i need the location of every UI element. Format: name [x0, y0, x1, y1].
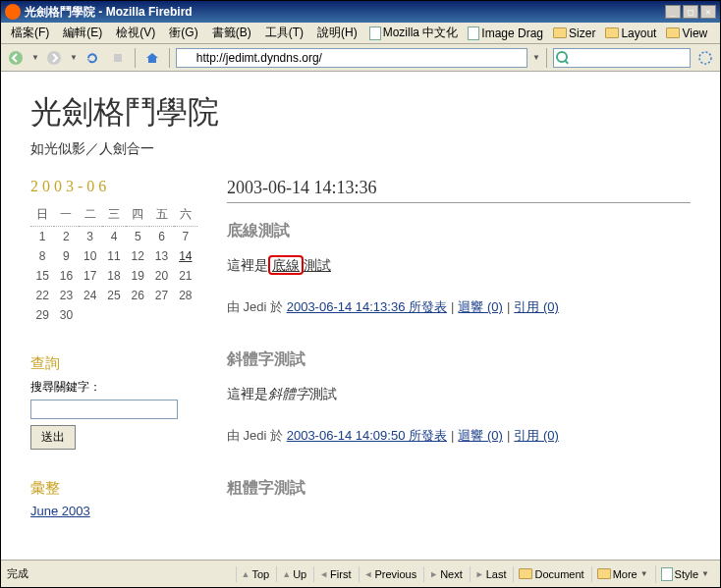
reload-button[interactable]	[82, 47, 103, 69]
calendar-day[interactable]: 19	[126, 266, 149, 286]
svg-point-3	[699, 52, 711, 64]
calendar-dow: 二	[79, 203, 102, 227]
bookmark-label: Image Drag	[481, 27, 543, 40]
close-button[interactable]: ×	[700, 5, 716, 19]
nav-last[interactable]: Last	[470, 566, 512, 582]
calendar-day[interactable]: 29	[30, 305, 54, 325]
forward-dropdown[interactable]: ▼	[70, 53, 78, 62]
comments-link[interactable]: 迴響 (0)	[458, 299, 503, 314]
calendar-day[interactable]: 7	[174, 227, 197, 247]
site-subtitle: 如光似影／人劍合一	[30, 140, 691, 158]
calendar-day[interactable]: 28	[174, 286, 197, 305]
calendar-day[interactable]: 30	[54, 305, 78, 325]
calendar-day[interactable]: 11	[102, 246, 126, 266]
menu-tools[interactable]: 工具(T)	[259, 23, 309, 43]
calendar-day[interactable]: 16	[54, 266, 78, 286]
search-heading: 查詢	[30, 354, 197, 373]
calendar-title: 2003-06	[30, 178, 197, 195]
calendar-day[interactable]: 17	[79, 266, 102, 286]
permalink[interactable]: 2003-06-14 14:13:36 所發表	[287, 299, 447, 314]
calendar-day[interactable]: 9	[54, 246, 78, 266]
maximize-button[interactable]: □	[683, 5, 698, 19]
url-dropdown[interactable]: ▼	[532, 53, 540, 62]
bookmark-mozilla-zh[interactable]: Mozilla 中文化	[365, 23, 463, 43]
search-submit-button[interactable]: 送出	[30, 425, 76, 450]
comments-link[interactable]: 迴響 (0)	[458, 428, 503, 443]
menu-go[interactable]: 衝(G)	[163, 23, 203, 43]
search-icon	[556, 51, 569, 64]
calendar-day[interactable]: 13	[149, 246, 173, 266]
calendar-day[interactable]: 25	[102, 286, 126, 305]
text: 這裡是	[227, 257, 268, 273]
calendar-day[interactable]: 14	[174, 246, 197, 266]
nav-more[interactable]: More▼	[591, 566, 653, 582]
nav-top[interactable]: Top	[236, 566, 275, 582]
calendar-day[interactable]: 27	[149, 286, 173, 305]
post-meta: 由 Jedi 於 2003-06-14 14:09:50 所發表|迴響 (0)|…	[227, 427, 691, 445]
bookmark-layout[interactable]: Layout	[601, 25, 660, 42]
bookmark-label: Layout	[621, 27, 656, 40]
nav-first[interactable]: First	[313, 566, 356, 582]
bookmark-label: View	[682, 27, 707, 40]
page-icon	[369, 27, 381, 40]
nav-up[interactable]: Up	[276, 566, 311, 582]
calendar-day[interactable]: 6	[149, 227, 173, 247]
menu-help[interactable]: 說明(H)	[311, 23, 363, 43]
sidebar: 2003-06 日一二三四五六 123456789101112131415161…	[30, 178, 197, 518]
calendar-dow: 一	[54, 203, 78, 227]
calendar-day[interactable]: 3	[79, 227, 102, 247]
page-icon	[661, 567, 673, 581]
calendar-day[interactable]: 10	[79, 246, 102, 266]
text: 這裡是	[227, 386, 268, 401]
nav-style[interactable]: Style▼	[655, 565, 714, 583]
menu-bookmarks[interactable]: 書籤(B)	[206, 23, 257, 43]
minimize-button[interactable]: _	[665, 5, 681, 19]
calendar-day[interactable]: 1	[30, 227, 54, 247]
calendar-day[interactable]: 4	[102, 227, 126, 247]
nav-document[interactable]: Document	[513, 566, 588, 582]
author-prefix: 由 Jedi 於	[227, 299, 287, 314]
menu-file[interactable]: 檔案(F)	[5, 23, 55, 43]
folder-icon	[666, 27, 680, 38]
bookmark-view[interactable]: View	[662, 25, 711, 42]
home-button[interactable]	[141, 47, 163, 69]
bookmark-sizer[interactable]: Sizer	[549, 25, 599, 42]
calendar-day[interactable]: 20	[149, 266, 173, 286]
nav-previous[interactable]: Previous	[359, 566, 422, 582]
window-titlebar: 光劍格鬥學院 - Mozilla Firebird _ □ ×	[1, 1, 720, 23]
trackback-link[interactable]: 引用 (0)	[514, 299, 559, 314]
back-button[interactable]	[5, 47, 27, 69]
calendar-day[interactable]: 26	[126, 286, 149, 305]
bookmark-image-drag[interactable]: Image Drag	[464, 25, 547, 42]
menu-view[interactable]: 檢視(V)	[110, 23, 161, 43]
calendar-day[interactable]: 5	[126, 227, 149, 247]
chevron-down-icon: ▼	[701, 569, 709, 578]
calendar-day[interactable]: 18	[102, 266, 126, 286]
address-bar[interactable]	[176, 48, 527, 68]
post-date-header: 2003-06-14 14:13:36	[227, 178, 691, 203]
calendar-day[interactable]: 15	[30, 266, 54, 286]
search-input[interactable]	[30, 400, 178, 419]
back-dropdown[interactable]: ▼	[31, 53, 39, 62]
calendar-day[interactable]: 23	[54, 286, 78, 305]
archive-link[interactable]: June 2003	[30, 504, 90, 518]
text: 測試	[309, 386, 337, 401]
menubar: 檔案(F) 編輯(E) 檢視(V) 衝(G) 書籤(B) 工具(T) 說明(H)…	[1, 23, 720, 44]
permalink[interactable]: 2003-06-14 14:09:50 所發表	[287, 428, 447, 443]
calendar-dow: 六	[174, 203, 197, 227]
calendar-day[interactable]: 21	[174, 266, 197, 286]
calendar-day[interactable]: 24	[79, 286, 102, 305]
calendar-day	[79, 305, 102, 325]
calendar-day[interactable]: 2	[54, 227, 78, 247]
stop-button[interactable]	[107, 47, 129, 69]
calendar-day[interactable]: 8	[30, 246, 54, 266]
browser-search-input[interactable]	[553, 48, 691, 68]
nav-next[interactable]: Next	[423, 566, 468, 582]
calendar-dow: 五	[149, 203, 173, 227]
menu-edit[interactable]: 編輯(E)	[57, 23, 108, 43]
forward-button[interactable]	[43, 47, 65, 69]
calendar-day[interactable]: 22	[30, 286, 54, 305]
trackback-link[interactable]: 引用 (0)	[514, 428, 559, 443]
calendar-day[interactable]: 12	[126, 246, 149, 266]
text: 測試	[304, 257, 331, 273]
